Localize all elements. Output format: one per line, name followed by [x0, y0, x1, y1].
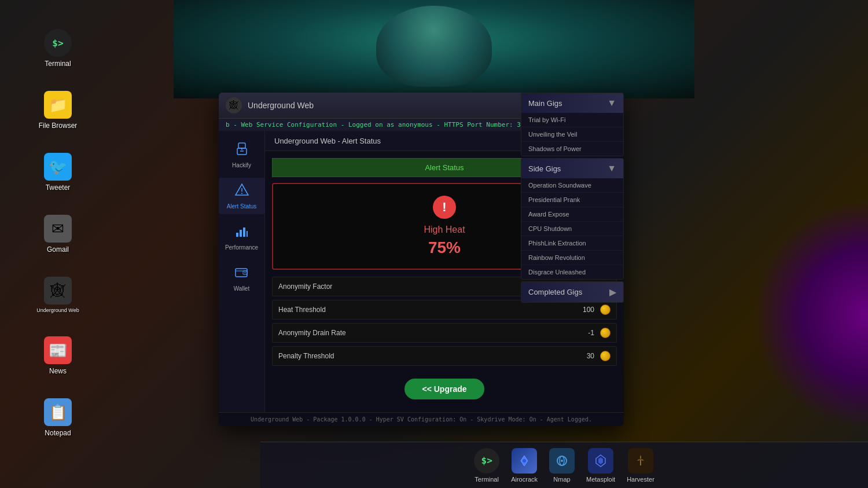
alert-status-label: Alert Status — [425, 163, 464, 172]
taskbar-item-harvester[interactable]: Harvester — [627, 448, 654, 483]
content-title: Underground Web - Alert Status — [274, 137, 381, 145]
sidebar: Hackify Alert Status — [219, 131, 265, 412]
side-gig-presidential-prank[interactable]: Presidential Prank — [521, 193, 623, 207]
stat-coin-heat-threshold — [600, 304, 610, 315]
stat-value-penalty-threshold: 30 — [577, 352, 594, 360]
desktop-icon-gomail-label: Gomail — [47, 245, 69, 254]
desktop-icon-gomail[interactable]: ✉ Gomail — [35, 215, 81, 254]
side-gigs-header[interactable]: Side Gigs ▼ — [521, 159, 623, 178]
desktop-icon-terminal[interactable]: $> Terminal — [35, 29, 81, 68]
side-gig-phishlink[interactable]: PhishLink Extraction — [521, 236, 623, 251]
desktop-icon-tweeter[interactable]: 🐦 Tweeter — [35, 153, 81, 192]
main-gigs-arrow-icon: ▼ — [607, 98, 616, 108]
side-gigs-label: Side Gigs — [528, 164, 561, 173]
background-face-image — [174, 0, 694, 98]
main-gigs-item-trial[interactable]: Trial by Wi-Fi — [521, 113, 623, 127]
desktop-icon-news-label: News — [49, 367, 67, 375]
stat-coin-anonymity-drain — [600, 328, 610, 338]
sidebar-wallet-label: Wallet — [234, 285, 249, 292]
desktop-icon-file-browser-label: File Browser — [39, 122, 78, 130]
sidebar-item-alert-status[interactable]: Alert Status — [219, 178, 264, 214]
taskbar-item-metasploit[interactable]: Metasploit — [586, 448, 615, 483]
main-gigs-label: Main Gigs — [528, 99, 562, 108]
completed-gigs-section: Completed Gigs ▶ — [521, 281, 624, 303]
stat-value-anonymity-drain: -1 — [577, 329, 594, 337]
taskbar-metasploit-icon — [588, 448, 613, 474]
side-gig-cpu-shutdown[interactable]: CPU Shutdown — [521, 222, 623, 236]
upgrade-button[interactable]: << Upgrade — [404, 379, 484, 399]
side-gig-operation-soundwave[interactable]: Operation Soundwave — [521, 178, 623, 193]
side-gig-disgrace[interactable]: Disgrace Unleashed — [521, 265, 623, 279]
taskbar-nmap-icon — [549, 448, 575, 474]
stat-row-anonymity-drain: Anonymity Drain Rate -1 — [272, 323, 617, 343]
desktop-icon-news[interactable]: 📰 News — [35, 336, 81, 375]
desktop-icon-tweeter-label: Tweeter — [46, 184, 71, 192]
stat-coin-penalty-threshold — [600, 351, 610, 361]
taskbar-terminal-label: Terminal — [475, 476, 499, 483]
taskbar-item-terminal[interactable]: $> Terminal — [474, 448, 499, 483]
stat-label-heat-threshold: Heat Threshold — [278, 306, 577, 314]
desktop-icon-terminal-label: Terminal — [45, 60, 71, 68]
gigs-panel: Main Gigs ▼ Trial by Wi-Fi Unveiling the… — [521, 93, 624, 304]
taskbar-airocrack-label: Airocrack — [511, 476, 538, 483]
main-gigs-section: Main Gigs ▼ Trial by Wi-Fi Unveiling the… — [521, 93, 624, 156]
titlebar-left: 🕸 Underground Web — [226, 97, 314, 113]
status-footer: Underground Web - Package 1.0.0.0 - Hype… — [219, 412, 624, 426]
taskbar-airocrack-icon — [512, 448, 537, 474]
desktop-icon-notepad[interactable]: 📋 Notepad — [35, 398, 81, 437]
taskbar-terminal-icon: $> — [474, 448, 499, 474]
taskbar-item-nmap[interactable]: Nmap — [549, 448, 575, 483]
stat-label-penalty-threshold: Penalty Threshold — [278, 352, 577, 360]
side-gigs-section: Side Gigs ▼ Operation Soundwave Presiden… — [521, 158, 624, 280]
hackify-icon — [234, 141, 249, 160]
desktop-icon-underground-web[interactable]: 🕸 Underground Web — [35, 277, 81, 313]
titlebar-title: Underground Web — [248, 101, 314, 110]
main-gigs-header[interactable]: Main Gigs ▼ — [521, 93, 623, 113]
main-gigs-item-shadows[interactable]: Shadows of Power — [521, 142, 623, 156]
svg-rect-24 — [243, 228, 245, 237]
svg-point-21 — [241, 193, 242, 194]
alert-status-icon — [234, 182, 249, 201]
side-gig-rainbow[interactable]: Rainbow Revolution — [521, 251, 623, 265]
side-gigs-arrow-icon: ▼ — [607, 163, 616, 174]
svg-rect-15 — [238, 143, 245, 148]
desktop-icon-underground-web-label: Underground Web — [36, 307, 79, 313]
performance-icon — [234, 223, 249, 242]
stat-row-penalty-threshold: Penalty Threshold 30 — [272, 346, 617, 366]
taskbar: $> Terminal Airocrack Nmap Metasploit Ha… — [260, 442, 868, 488]
sidebar-alert-label: Alert Status — [227, 203, 257, 210]
taskbar-nmap-label: Nmap — [553, 476, 570, 483]
svg-rect-25 — [247, 231, 248, 237]
stat-label-anonymity-drain: Anonymity Drain Rate — [278, 329, 577, 337]
desktop-icons-container: $> Terminal 📁 File Browser 🐦 Tweeter ✉ G… — [35, 29, 81, 437]
desktop-icon-file-browser[interactable]: 📁 File Browser — [35, 91, 81, 130]
taskbar-harvester-icon — [628, 448, 653, 474]
sidebar-item-hackify[interactable]: Hackify — [219, 137, 264, 173]
wallet-icon — [234, 265, 249, 283]
svg-marker-35 — [598, 457, 603, 464]
completed-gigs-label: Completed Gigs — [528, 288, 582, 296]
right-glow-decoration — [752, 199, 868, 430]
sidebar-performance-label: Performance — [225, 244, 258, 251]
sidebar-item-performance[interactable]: Performance — [219, 219, 264, 255]
stat-value-heat-threshold: 100 — [577, 306, 594, 314]
svg-point-28 — [244, 272, 245, 273]
sidebar-item-wallet[interactable]: Wallet — [219, 260, 264, 296]
completed-gigs-arrow-icon: ▶ — [609, 287, 616, 298]
alert-exclamation-icon: ! — [433, 196, 456, 219]
taskbar-harvester-label: Harvester — [627, 476, 654, 483]
completed-gigs-header[interactable]: Completed Gigs ▶ — [521, 282, 623, 302]
upgrade-btn-container: << Upgrade — [272, 373, 617, 405]
svg-rect-22 — [236, 233, 238, 237]
svg-point-30 — [523, 459, 526, 463]
main-gigs-item-unveiling[interactable]: Unveiling the Veil — [521, 127, 623, 142]
taskbar-metasploit-label: Metasploit — [586, 476, 615, 483]
desktop-icon-notepad-label: Notepad — [45, 429, 71, 437]
titlebar-app-icon: 🕸 — [226, 97, 242, 113]
side-gig-award-expose[interactable]: Award Expose — [521, 207, 623, 222]
svg-rect-23 — [240, 230, 242, 237]
taskbar-item-airocrack[interactable]: Airocrack — [511, 448, 538, 483]
sidebar-hackify-label: Hackify — [232, 162, 251, 168]
svg-point-33 — [561, 460, 563, 462]
